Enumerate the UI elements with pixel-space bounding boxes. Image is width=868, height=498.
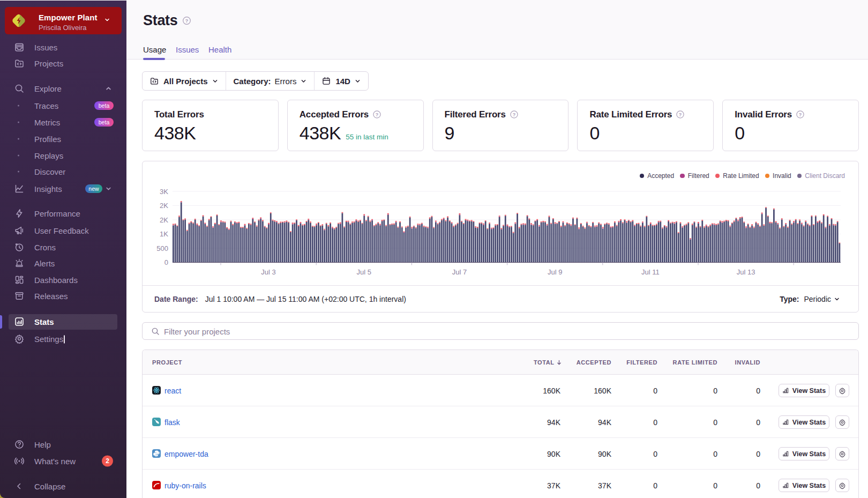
svg-text:0: 0 [164, 258, 168, 266]
svg-text:Jul 5: Jul 5 [357, 268, 371, 276]
svg-text:?: ? [376, 112, 378, 117]
svg-text:2K: 2K [160, 216, 168, 224]
svg-text:Jul 13: Jul 13 [737, 268, 755, 276]
svg-text:Jul 9: Jul 9 [548, 268, 562, 276]
svg-text:1K: 1K [160, 230, 168, 238]
svg-text:?: ? [799, 112, 802, 117]
svg-text:Jul 3: Jul 3 [261, 268, 275, 276]
svg-text:2K: 2K [160, 202, 168, 210]
svg-text:?: ? [185, 18, 189, 24]
svg-text:Jul 11: Jul 11 [641, 268, 660, 276]
svg-text:?: ? [513, 112, 515, 117]
svg-text:500: 500 [156, 244, 168, 252]
svg-text:Jul 7: Jul 7 [452, 268, 467, 276]
svg-text:?: ? [679, 112, 682, 117]
svg-text:3K: 3K [160, 188, 168, 196]
